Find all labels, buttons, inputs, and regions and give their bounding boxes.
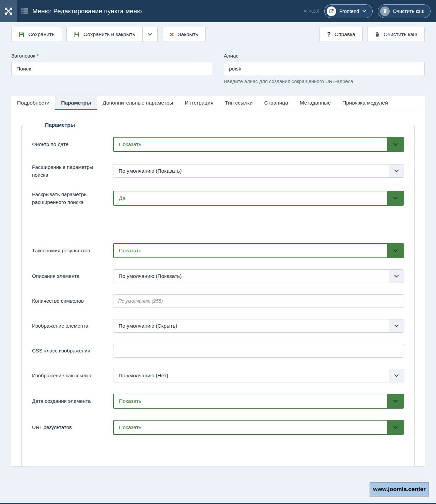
param-label-item-description: Описания элемента: [32, 272, 113, 280]
tab-bar: ПодробностиПараметрыДополнительные парам…: [11, 96, 425, 110]
item-image-select[interactable]: По умолчанию (Скрыть): [113, 319, 404, 333]
tab-6[interactable]: Метаданные: [294, 96, 337, 110]
param-label-date-filter: Фильтр по дате: [32, 140, 113, 148]
help-button[interactable]: ? Справка: [320, 27, 363, 42]
param-row-image-css-class: CSS-класс изображений: [32, 344, 404, 358]
frontend-button[interactable]: Frontend: [324, 4, 373, 18]
param-row-item-image: Изображение элементаПо умолчанию (Скрыть…: [32, 319, 404, 333]
joomla-logo-icon: [4, 7, 13, 16]
save-icon: [19, 32, 25, 37]
param-row-item-description: Описания элементаПо умолчанию (Показать): [32, 269, 404, 283]
chevron-down-icon: [393, 195, 398, 201]
watermark-badge: www.joomla.center: [370, 482, 429, 497]
param-row-result-url: URL результатовПоказать: [32, 420, 404, 435]
expand-advanced-select[interactable]: Да: [113, 191, 404, 206]
chevron-down-icon: [147, 32, 153, 37]
tab-1[interactable]: Параметры: [55, 96, 97, 110]
param-row-item-date: Дата создания элементаПоказать: [32, 394, 404, 409]
param-label-taxonomy: Таксономия результатов: [32, 247, 113, 254]
title-input[interactable]: [11, 62, 212, 76]
result-url-select[interactable]: Показать: [113, 420, 404, 435]
alias-input[interactable]: [224, 62, 425, 76]
tab-7[interactable]: Привязка модулей: [337, 96, 394, 110]
chevron-zone: [389, 319, 404, 332]
frontend-label: Frontend: [339, 9, 359, 14]
select-value: Да: [119, 195, 125, 201]
save-close-button-group: Сохранить и закрыть: [66, 27, 158, 42]
parameters-fieldset: Параметры Фильтр по датеПоказатьРасширен…: [21, 122, 415, 466]
select-value: По умолчанию (Показать): [119, 273, 182, 279]
param-label-result-url: URL результатов: [32, 423, 113, 431]
chevron-down-icon: [393, 425, 398, 430]
tab-card: ПодробностиПараметрыДополнительные парам…: [11, 96, 425, 466]
chevron-down-icon: [394, 273, 399, 279]
param-row-char-count: Количество символов: [32, 294, 404, 308]
trash-icon: [380, 6, 390, 16]
title-label: Заголовок *: [11, 53, 212, 59]
header-clear-cache-label: Очистить кэш: [393, 9, 424, 14]
select-value: Показать: [119, 141, 141, 147]
chevron-zone: [389, 369, 404, 382]
chevron-down-icon: [393, 398, 398, 404]
close-button[interactable]: ✕ Закрыть: [162, 27, 206, 42]
select-value: Показать: [119, 424, 141, 430]
chevron-zone: [389, 164, 404, 177]
param-label-item-date: Дата создания элемента: [32, 397, 113, 405]
joomla-version-icon: [303, 9, 308, 13]
advanced-search-select[interactable]: По умолчанию (Показать): [113, 164, 404, 178]
item-date-select[interactable]: Показать: [113, 394, 404, 409]
chevron-zone: [387, 191, 403, 205]
chevron-down-icon: [394, 168, 399, 174]
chevron-zone: [389, 270, 404, 283]
tab-4[interactable]: Тип ссылки: [219, 96, 258, 110]
char-count-input[interactable]: [113, 294, 404, 308]
page-title: Меню: Редактирование пункта меню: [32, 7, 142, 15]
alias-hint: Введите алиас для создания сокращенного …: [224, 79, 425, 84]
clear-cache-button[interactable]: Очистить кэш: [367, 27, 425, 42]
header-clear-cache-button[interactable]: Очистить кэш: [378, 4, 431, 18]
tab-0[interactable]: Подробности: [11, 96, 55, 110]
external-link-icon: [327, 6, 336, 16]
select-value: По умолчанию (Скрыть): [119, 323, 177, 329]
select-value: По умолчанию (Нет): [119, 373, 168, 379]
chevron-down-icon: [394, 323, 399, 329]
tab-3[interactable]: Интеграция: [179, 96, 219, 110]
param-label-image-css-class: CSS-класс изображений: [32, 347, 113, 355]
menu-list-icon: [21, 9, 28, 14]
select-value: Показать: [119, 398, 141, 404]
joomla-version: 4.3.0: [303, 9, 319, 14]
image-as-link-select[interactable]: По умолчанию (Нет): [113, 369, 404, 382]
taxonomy-select[interactable]: Показать: [113, 243, 404, 258]
chevron-zone: [387, 421, 403, 434]
toolbar: Сохранить Сохранить и закрыть ✕ Закрыть …: [0, 22, 436, 46]
chevron-down-icon: [362, 9, 367, 13]
trash-icon: [375, 32, 380, 37]
param-label-image-as-link: Изображение как ссылка: [32, 372, 113, 379]
date-filter-select[interactable]: Показать: [113, 137, 404, 152]
param-row-date-filter: Фильтр по датеПоказать: [32, 137, 404, 152]
admin-header: Меню: Редактирование пункта меню 4.3.0 F…: [0, 0, 436, 22]
param-label-item-image: Изображение элемента: [32, 322, 113, 330]
select-value: Показать: [119, 248, 141, 254]
param-row-expand-advanced: Раскрывать параметры расширенного поиска…: [32, 190, 404, 206]
param-row-advanced-search: Расширенные параметры поискаПо умолчанию…: [32, 163, 404, 179]
save-button[interactable]: Сохранить: [11, 27, 62, 42]
joomla-logo[interactable]: [0, 0, 17, 22]
item-description-select[interactable]: По умолчанию (Показать): [113, 269, 404, 283]
alias-label: Алиас: [224, 53, 425, 59]
select-value: По умолчанию (Показать): [119, 168, 182, 174]
title-alias-row: Заголовок * Алиас Введите алиас для созд…: [0, 46, 436, 84]
chevron-down-icon: [393, 142, 398, 147]
image-css-class-input[interactable]: [113, 344, 404, 358]
close-x-icon: ✕: [170, 31, 174, 38]
save-close-button[interactable]: Сохранить и закрыть: [66, 27, 143, 42]
chevron-zone: [387, 138, 403, 151]
fieldset-legend: Параметры: [41, 122, 79, 128]
param-label-expand-advanced: Раскрывать параметры расширенного поиска: [32, 190, 113, 206]
param-row-taxonomy: Таксономия результатовПоказать: [32, 243, 404, 258]
tab-2[interactable]: Дополнительные параметры: [97, 96, 179, 110]
save-options-dropdown-button[interactable]: [142, 27, 158, 42]
chevron-down-icon: [394, 373, 399, 378]
tab-5[interactable]: Страница: [259, 96, 294, 110]
param-row-image-as-link: Изображение как ссылкаПо умолчанию (Нет): [32, 369, 404, 382]
